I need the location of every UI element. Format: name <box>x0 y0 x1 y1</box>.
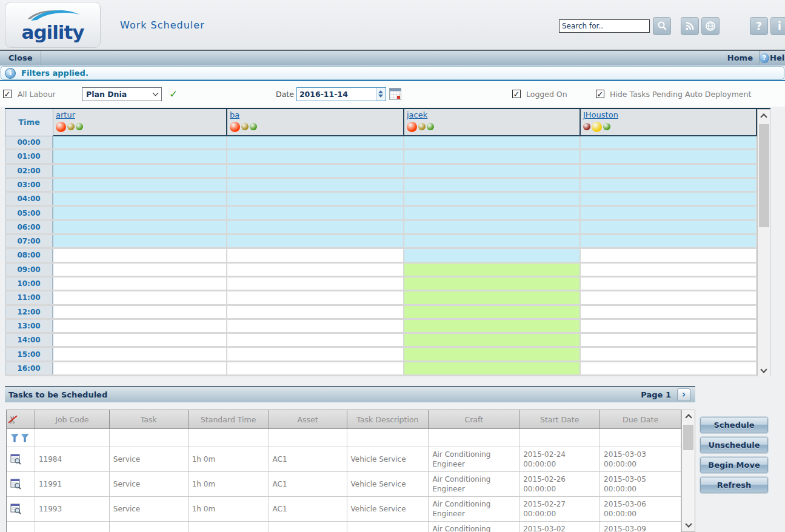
view-task-button[interactable] <box>7 522 35 532</box>
tasks-scrollbar[interactable] <box>681 410 695 532</box>
filter-input-cell[interactable] <box>110 429 189 447</box>
refresh-button[interactable]: Refresh <box>700 477 768 493</box>
schedule-cell[interactable] <box>227 264 404 276</box>
schedule-cell[interactable] <box>581 306 757 318</box>
resource-link-JHouston[interactable]: JHouston <box>583 110 618 119</box>
column-header-task[interactable]: Task <box>110 410 189 429</box>
logged-on-checkbox[interactable]: ✓ <box>512 90 521 98</box>
schedule-cell[interactable] <box>581 136 757 148</box>
resource-link-ba[interactable]: ba <box>230 110 239 119</box>
date-input[interactable]: 2016-11-14 <box>296 87 386 101</box>
tasks-scroll-thumb[interactable] <box>683 425 693 450</box>
schedule-cell[interactable] <box>581 348 757 360</box>
filter-input-cell[interactable] <box>347 429 429 447</box>
schedule-cell[interactable] <box>404 235 581 247</box>
column-header-due-date[interactable]: Due Date <box>600 410 681 429</box>
all-labour-checkbox[interactable]: ✓ <box>3 90 12 98</box>
filter-input-cell[interactable] <box>189 429 269 447</box>
filter-input-cell[interactable] <box>600 429 681 447</box>
schedule-cell[interactable] <box>581 179 757 191</box>
schedule-cell[interactable] <box>404 278 581 290</box>
schedule-cell[interactable] <box>227 320 404 332</box>
schedule-cell[interactable] <box>581 362 757 374</box>
column-header-craft[interactable]: Craft <box>429 410 519 429</box>
agility-logo[interactable]: agility <box>5 2 101 48</box>
schedule-cell[interactable] <box>581 221 757 233</box>
schedule-cell[interactable] <box>53 264 227 276</box>
schedule-cell[interactable] <box>581 334 757 346</box>
schedule-cell[interactable] <box>53 348 227 360</box>
scroll-up-button[interactable] <box>758 110 770 122</box>
view-task-button[interactable] <box>7 447 35 472</box>
schedule-cell[interactable] <box>53 221 227 233</box>
schedule-cell[interactable] <box>404 348 581 360</box>
close-button[interactable]: Close <box>0 53 41 62</box>
column-header-job-code[interactable]: Job Code <box>35 410 110 429</box>
column-header-task-description[interactable]: Task Description <box>347 410 429 429</box>
search-input[interactable] <box>559 19 650 33</box>
schedule-cell[interactable] <box>227 207 404 219</box>
schedule-cell[interactable] <box>53 291 227 304</box>
globe-button[interactable] <box>701 17 720 35</box>
confirm-check-icon[interactable]: ✓ <box>169 88 178 100</box>
schedule-cell[interactable] <box>53 179 227 191</box>
schedule-cell[interactable] <box>227 221 404 233</box>
schedule-cell[interactable] <box>581 150 757 162</box>
schedule-cell[interactable] <box>581 207 757 219</box>
next-page-button[interactable]: › <box>677 388 690 401</box>
schedule-cell[interactable] <box>227 249 404 261</box>
task-row-11993[interactable]: 11993Service1h 0mAC1Vehicle ServiceAir C… <box>7 497 681 522</box>
schedule-cell[interactable] <box>404 179 581 191</box>
tasks-scroll-down-button[interactable] <box>682 519 695 531</box>
task-row-11991[interactable]: 11991Service1h 0mAC1Vehicle ServiceAir C… <box>7 472 681 497</box>
schedule-cell[interactable] <box>404 165 581 177</box>
unschedule-button[interactable]: Unschedule <box>700 437 768 453</box>
schedule-cell[interactable] <box>53 193 227 205</box>
schedule-cell[interactable] <box>53 150 227 162</box>
schedule-cell[interactable] <box>404 334 581 346</box>
schedule-cell[interactable] <box>581 320 757 332</box>
rss-button[interactable] <box>681 17 699 35</box>
schedule-cell[interactable] <box>404 362 581 374</box>
schedule-cell[interactable] <box>227 278 404 290</box>
schedule-cell[interactable] <box>227 348 404 360</box>
schedule-cell[interactable] <box>53 165 227 177</box>
info-button[interactable]: i <box>770 17 785 35</box>
schedule-cell[interactable] <box>227 150 404 162</box>
date-spinner[interactable] <box>376 88 386 101</box>
hide-tasks-checkbox[interactable]: ✓ <box>596 90 604 98</box>
schedule-cell[interactable] <box>53 207 227 219</box>
schedule-cell[interactable] <box>53 362 227 374</box>
schedule-cell[interactable] <box>227 334 404 346</box>
plan-select[interactable]: Plan Dnia <box>82 87 162 101</box>
resource-link-jacek[interactable]: jacek <box>407 110 427 119</box>
schedule-cell[interactable] <box>404 136 581 148</box>
schedule-cell[interactable] <box>404 150 581 162</box>
schedule-cell[interactable] <box>227 235 404 247</box>
schedule-cell[interactable] <box>53 136 227 148</box>
schedule-cell[interactable] <box>581 264 757 276</box>
filter-input-cell[interactable] <box>35 429 110 447</box>
scroll-down-button[interactable] <box>758 365 770 376</box>
help-link[interactable]: ? Help <box>760 53 785 63</box>
schedule-cell[interactable] <box>404 264 581 276</box>
view-task-button[interactable] <box>7 472 35 497</box>
search-button[interactable] <box>653 17 671 35</box>
schedule-cell[interactable] <box>227 306 404 318</box>
schedule-cell[interactable] <box>404 291 581 304</box>
schedule-cell[interactable] <box>53 235 227 247</box>
schedule-cell[interactable] <box>53 320 227 332</box>
schedule-cell[interactable] <box>404 249 581 261</box>
tasks-scroll-up-button[interactable] <box>682 410 695 422</box>
column-header-standard-time[interactable]: Standard Time <box>189 410 269 429</box>
schedule-cell[interactable] <box>404 320 581 332</box>
column-header-start-date[interactable]: Start Date <box>519 410 600 429</box>
schedule-cell[interactable] <box>404 306 581 318</box>
schedule-cell[interactable] <box>53 306 227 318</box>
schedule-cell[interactable] <box>227 165 404 177</box>
filter-input-cell[interactable] <box>269 429 347 447</box>
schedule-scrollbar[interactable] <box>757 109 770 376</box>
apply-filter-icon[interactable] <box>10 434 19 442</box>
schedule-cell[interactable] <box>581 291 757 304</box>
task-row-partial-3[interactable]: Air Conditioning Engineer2015-03-0200:00… <box>7 522 681 532</box>
